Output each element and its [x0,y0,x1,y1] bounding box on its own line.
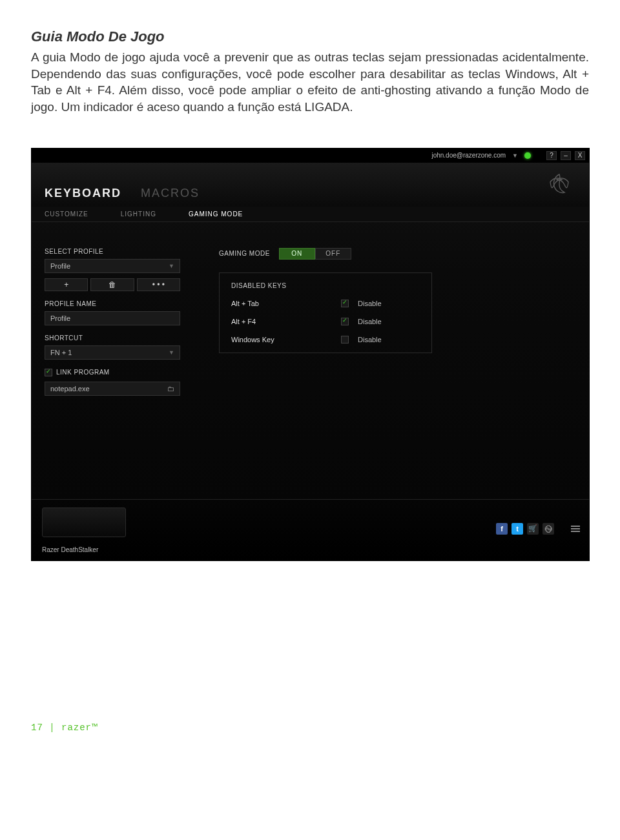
status-indicator-icon [524,152,531,159]
disabled-key-row: Alt + F4 Disable [231,318,420,325]
tab-macros[interactable]: MACROS [141,187,219,207]
shortcut-value: FN + 1 [50,349,72,356]
app-header: KEYBOARD MACROS [32,163,589,207]
disabled-key-row: Alt + Tab Disable [231,300,420,307]
social-row: f t 🛒 ࿊ [496,523,580,535]
disabled-key-row: Windows Key Disable [231,336,420,343]
disable-label: Disable [358,336,382,343]
delete-profile-button[interactable]: 🗑 [90,278,134,291]
content-area: SELECT PROFILE Profile ▼ + 🗑 • • • PROFI… [32,222,589,500]
toggle-off[interactable]: OFF [315,248,351,260]
disable-checkbox[interactable] [341,336,349,343]
doc-paragraph: A guia Modo de jogo ajuda você a preveni… [31,49,589,116]
sub-tabs: CUSTOMIZE LIGHTING GAMING MODE [32,207,589,222]
twitter-icon[interactable]: t [512,523,523,535]
menu-icon[interactable] [571,524,580,533]
chevron-down-icon[interactable]: ▼ [512,152,518,159]
device-name: Razer DeathStalker [42,546,98,553]
tab-keyboard[interactable]: KEYBOARD [45,187,141,207]
razer-logo-icon [541,168,577,205]
shortcut-label: SHORTCUT [45,334,180,342]
chevron-down-icon: ▼ [169,263,174,269]
profile-dropdown[interactable]: Profile ▼ [45,259,180,273]
window-topbar: john.doe@razerzone.com ▼ ? – X [32,149,589,163]
linked-program-name: notepad.exe [50,385,90,393]
key-name: Windows Key [231,336,341,343]
profile-dropdown-value: Profile [50,262,70,270]
link-program-label: LINK PROGRAM [56,369,110,376]
key-name: Alt + F4 [231,318,341,325]
user-email[interactable]: john.doe@razerzone.com [431,152,506,159]
cart-icon[interactable]: 🛒 [527,523,539,535]
gaming-mode-toggle[interactable]: ON OFF [279,248,351,260]
disable-label: Disable [358,318,382,325]
chevron-down-icon: ▼ [169,349,174,356]
sidebar: SELECT PROFILE Profile ▼ + 🗑 • • • PROFI… [45,248,180,500]
profile-name-label: PROFILE NAME [45,300,180,307]
main-panel: GAMING MODE ON OFF DISABLED KEYS Alt + T… [180,248,576,500]
disabled-keys-title: DISABLED KEYS [231,282,420,289]
key-name: Alt + Tab [231,300,341,307]
disabled-keys-panel: DISABLED KEYS Alt + Tab Disable Alt + F4… [219,272,432,353]
keyboard-thumbnail[interactable] [42,507,126,537]
help-button[interactable]: ? [546,151,557,160]
toggle-on[interactable]: ON [279,248,315,260]
folder-icon[interactable]: 🗀 [167,385,174,393]
minimize-button[interactable]: – [561,151,571,160]
close-button[interactable]: X [575,151,585,160]
razer-synapse-window: john.doe@razerzone.com ▼ ? – X KEYBOARD … [31,148,590,561]
add-profile-button[interactable]: + [45,278,88,291]
select-profile-label: SELECT PROFILE [45,248,180,255]
subtab-gaming-mode[interactable]: GAMING MODE [189,210,243,218]
disable-checkbox[interactable] [341,318,349,325]
shortcut-dropdown[interactable]: FN + 1 ▼ [45,345,180,360]
disable-label: Disable [358,300,382,307]
gaming-mode-label: GAMING MODE [219,250,270,257]
subtab-lighting[interactable]: LIGHTING [121,210,156,218]
trash-icon: 🗑 [108,280,116,289]
page-footer: 17 | razer™ [0,561,620,752]
profile-more-button[interactable]: • • • [137,278,180,291]
disable-checkbox[interactable] [341,300,349,307]
linked-program-field[interactable]: notepad.exe 🗀 [45,382,180,396]
subtab-customize[interactable]: CUSTOMIZE [45,210,88,218]
bottom-bar: Razer DeathStalker f t 🛒 ࿊ [32,499,589,560]
doc-title: Guia Modo De Jogo [31,28,589,45]
profile-name-input[interactable] [45,311,180,325]
facebook-icon[interactable]: f [496,523,508,535]
link-program-checkbox[interactable] [45,369,52,376]
razer-icon[interactable]: ࿊ [542,523,554,535]
